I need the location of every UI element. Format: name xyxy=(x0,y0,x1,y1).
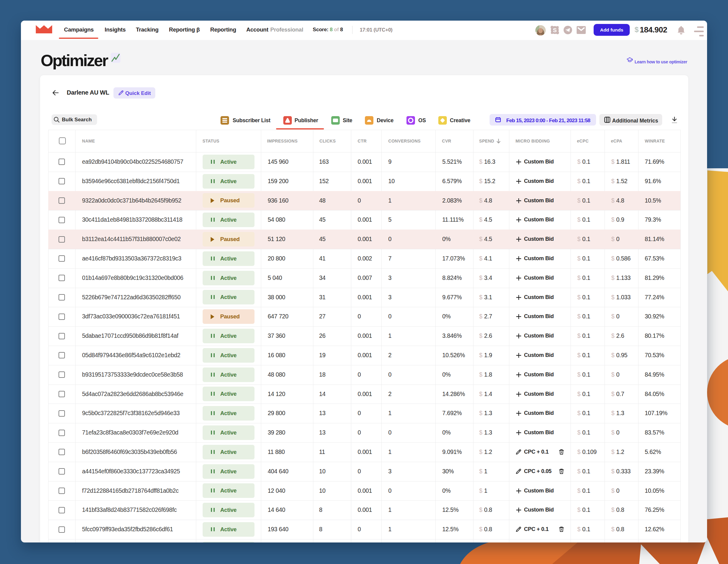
svg-text:S: S xyxy=(553,27,557,33)
